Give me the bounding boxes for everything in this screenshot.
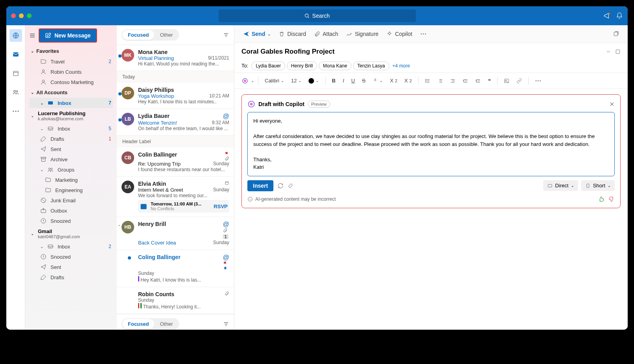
account-gmail[interactable]: Gmail katri0487@gmail.com (36, 226, 82, 241)
account-lucerne[interactable]: Lucerne Publishing k.ahokas@lucerne.com (36, 108, 87, 123)
bullet-list-icon[interactable] (423, 77, 433, 85)
folder-inbox[interactable]: ⌄Inbox2 (29, 241, 113, 252)
copilot-button[interactable]: Copilot (383, 28, 415, 39)
copilot-logo-icon (247, 100, 255, 108)
indent-increase-icon[interactable] (473, 77, 483, 85)
format-more-icon[interactable] (533, 78, 544, 83)
toolbar-more-icon[interactable] (417, 31, 430, 37)
tab-other-bottom[interactable]: Other (154, 319, 178, 329)
send-button[interactable]: Send⌄ (240, 28, 274, 39)
rail-mail-icon[interactable] (9, 48, 22, 61)
search-input[interactable]: Search (219, 9, 416, 22)
recipient-chip[interactable]: Lydia Bauer (251, 62, 285, 70)
folder-travel[interactable]: Travel2 (29, 56, 113, 67)
outdent-icon[interactable] (448, 77, 458, 85)
message-item[interactable]: CBColin Ballinger Re: Upcoming TripSunda… (117, 147, 234, 177)
rail-globe-icon[interactable] (9, 29, 22, 42)
all-accounts-header[interactable]: ⌄All Accounts (29, 87, 113, 98)
filter-icon[interactable] (223, 32, 229, 38)
font-color-icon[interactable]: ⌄ (306, 77, 321, 85)
open-window-icon[interactable] (615, 49, 621, 54)
whats-new-icon[interactable] (603, 12, 610, 19)
search-icon (304, 13, 310, 19)
notifications-icon[interactable] (616, 12, 623, 19)
folder-snoozed[interactable]: Snoozed (29, 252, 113, 262)
signature-button[interactable]: Signature (343, 28, 382, 39)
message-item[interactable]: Coling Ballinger@ Sunday Hey Katri, I kn… (117, 250, 234, 287)
close-window-button[interactable] (11, 13, 16, 18)
attach-button[interactable]: Attach (311, 28, 342, 39)
favorites-header[interactable]: ⌄Favorites (29, 46, 113, 56)
folder-junk-email[interactable]: Junk Email (29, 195, 113, 205)
italic-icon[interactable]: I (340, 76, 347, 85)
recipient-chip[interactable]: Henry Brill (287, 62, 317, 70)
underline-icon[interactable]: U (349, 76, 357, 85)
regenerate-icon[interactable] (277, 183, 284, 189)
svg-point-8 (16, 91, 18, 92)
message-item[interactable]: MKMona KaneVirtual Planning9/11/2021Hi K… (117, 45, 234, 71)
bold-icon[interactable]: B (329, 76, 338, 85)
message-item[interactable]: ⌄HBHenry Brill@ 1 Back Cover IdeaSunday (117, 217, 234, 250)
folder-groups[interactable]: ⌄Groups (29, 164, 113, 175)
minimize-window-button[interactable] (19, 13, 24, 18)
expand-recipients-icon[interactable] (606, 49, 611, 54)
quote-icon[interactable]: ❝ (486, 76, 493, 85)
subscript-icon[interactable]: X2 (402, 76, 414, 85)
info-icon (247, 196, 253, 202)
svg-point-0 (305, 14, 309, 17)
font-family-select[interactable]: Calibri ⌄ (262, 76, 286, 85)
link-icon[interactable] (514, 77, 524, 85)
compose-subject[interactable]: Coral Gables Roofing Project (241, 48, 335, 56)
message-item[interactable]: Robin Counts Sunday Thanks, Henry! Looki… (117, 287, 234, 314)
image-icon[interactable] (501, 77, 512, 85)
folder-drafts[interactable]: Drafts (29, 272, 113, 282)
folder-marketing[interactable]: Marketing (29, 175, 113, 185)
discard-button[interactable]: Discard (275, 28, 309, 39)
recipient-chip[interactable]: Tenzin Lasya (353, 62, 389, 70)
thumbs-down-icon[interactable] (608, 196, 615, 202)
message-item[interactable]: EAElvia Atkin Intern Meet & GreetSundayW… (117, 177, 234, 217)
highlight-icon[interactable]: ⌄ (370, 77, 385, 85)
superscript-icon[interactable]: X2 (387, 76, 400, 85)
folder-inbox[interactable]: ⌄Inbox5 (29, 123, 113, 134)
folder-robin-counts[interactable]: Robin Counts (29, 67, 113, 77)
tab-focused[interactable]: Focused (122, 30, 154, 40)
folder-archive[interactable]: Archive (29, 154, 113, 164)
rail-calendar-icon[interactable] (9, 67, 22, 80)
thumbs-up-icon[interactable] (598, 196, 604, 202)
copilot-format-icon[interactable] (241, 77, 249, 84)
tone-short-button[interactable]: Short⌄ (581, 180, 615, 191)
close-icon[interactable] (609, 101, 615, 107)
tab-other[interactable]: Other (154, 30, 178, 40)
insert-button[interactable]: Insert (247, 180, 273, 191)
indent-decrease-icon[interactable] (460, 77, 471, 85)
tone-direct-button[interactable]: Direct⌄ (543, 180, 578, 191)
draft-content[interactable]: Hi everyone, After careful consideration… (247, 112, 615, 176)
recipient-chip[interactable]: Mona Kane (319, 62, 352, 70)
svg-point-52 (426, 82, 426, 82)
more-recipients[interactable]: +4 more (393, 63, 410, 69)
folder-outbox[interactable]: Outbox (29, 205, 113, 216)
new-message-button[interactable]: New Message (39, 28, 97, 43)
folder-engineering[interactable]: Engineering (29, 185, 113, 195)
folder-snoozed[interactable]: Snoozed (29, 216, 113, 226)
hamburger-icon[interactable] (29, 32, 36, 39)
tab-focused-bottom[interactable]: Focused (122, 319, 154, 329)
erase-icon[interactable] (288, 183, 294, 189)
message-item[interactable]: DPDaisy PhillipsYoga Workshop10:21 AMHey… (117, 83, 234, 109)
to-field[interactable]: To: Lydia Bauer Henry Brill Mona Kane Te… (234, 60, 628, 73)
rail-people-icon[interactable] (9, 86, 22, 99)
maximize-window-button[interactable] (27, 13, 32, 18)
folder-sent[interactable]: Sent (29, 144, 113, 154)
sidebar-inbox-all[interactable]: ⌄ Inbox 7 (29, 98, 113, 108)
folder-drafts[interactable]: Drafts1 (29, 134, 113, 144)
strikethrough-icon[interactable]: S (360, 76, 368, 85)
popout-icon[interactable] (610, 28, 622, 39)
rail-more-icon[interactable] (9, 105, 22, 118)
folder-contoso-marketing[interactable]: Contoso Marketing (29, 77, 113, 87)
number-list-icon[interactable] (435, 77, 445, 85)
filter-icon-bottom[interactable] (223, 321, 229, 327)
message-item[interactable]: LBLydia Bauer@ Welcome Tenzin!9:32 AMOn … (117, 109, 234, 136)
font-size-select[interactable]: 12 ⌄ (289, 76, 304, 85)
folder-sent[interactable]: Sent (29, 262, 113, 272)
